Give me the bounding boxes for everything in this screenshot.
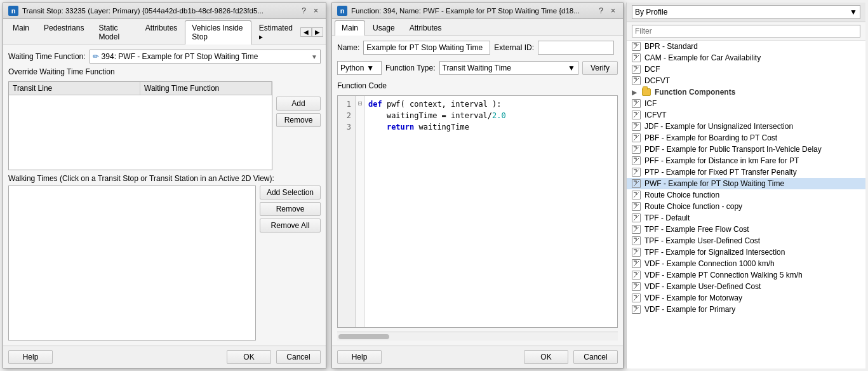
func-list-item[interactable]: PBF - Example for Boarding to PT Cost <box>627 132 865 144</box>
right-panel: By Profile ▼ BPR - StandardCAM - Example… <box>626 3 865 368</box>
add-selection-button[interactable]: Add Selection <box>260 186 321 199</box>
waiting-time-value: 394: PWF - Example for PT Stop Waiting T… <box>102 52 311 61</box>
tab-main[interactable]: Main <box>6 20 36 44</box>
func-list-item[interactable]: VDF - Example for Primary <box>627 304 865 315</box>
override-section-title: Override Waiting Time Function <box>8 67 321 76</box>
code-scrollbar[interactable] <box>337 332 618 341</box>
func-list-item-label: PDF - Example for Public Transport In-Ve… <box>644 145 822 154</box>
tab2-usage[interactable]: Usage <box>366 20 402 35</box>
dialog2-title: Function: 394, Name: PWF - Example for P… <box>351 7 592 15</box>
dialog2-close-btn[interactable]: × <box>608 6 618 16</box>
tab-vehicles-inside-stop[interactable]: Vehicles Inside Stop <box>185 20 251 44</box>
func-type-label: Function Type: <box>385 64 436 72</box>
func-list-item[interactable]: PWF - Example for PT Stop Waiting Time <box>627 178 865 189</box>
func-type-row: Python ▼ Function Type: Transit Waiting … <box>337 61 618 75</box>
dialog1-close-btn[interactable]: × <box>311 6 321 16</box>
scrollbar-thumb[interactable] <box>338 334 389 339</box>
dialog2-cancel-btn[interactable]: Cancel <box>573 350 618 364</box>
dialog2-app-icon: n <box>337 6 347 16</box>
dialog1-help-footer-btn[interactable]: Help <box>8 350 53 364</box>
func-list-item-label: DCF <box>644 65 660 74</box>
func-name-input[interactable] <box>363 41 490 55</box>
func-list-item[interactable]: ICF <box>627 98 865 109</box>
func-list-item[interactable]: TPF - Example User-Defined Cost <box>627 235 865 246</box>
remove-button[interactable]: Remove <box>276 113 321 127</box>
func-list-item[interactable]: ▶Function Components <box>627 86 865 98</box>
function-dialog: n Function: 394, Name: PWF - Example for… <box>331 3 624 368</box>
dialog1-ok-btn[interactable]: OK <box>227 350 271 364</box>
waiting-time-combo[interactable]: ✏ 394: PWF - Example for PT Stop Waiting… <box>90 50 321 64</box>
func-list-item-label: TPF - Example Free Flow Cost <box>644 225 749 234</box>
tab-estimated[interactable]: Estimated ▸ <box>252 20 300 44</box>
walking-label: Walking Times (Click on a Transit Stop o… <box>8 174 321 183</box>
func-list-item-label: BPR - Standard <box>644 42 698 51</box>
func-list-item[interactable]: TPF - Default <box>627 212 865 224</box>
func-list-item[interactable]: DCF <box>627 64 865 75</box>
waiting-time-label: Waiting Time Function: <box>8 52 86 61</box>
tab-static-model[interactable]: Static Model <box>91 20 137 44</box>
func-list-item[interactable]: JDF - Example for Unsignalized Intersect… <box>627 121 865 132</box>
code-editor[interactable]: 1 2 3 ⊟ def pwf( context, interval ): wa… <box>337 95 618 328</box>
function-icon <box>632 293 641 302</box>
func-type-combo[interactable]: Transit Waiting Time ▼ <box>439 61 578 75</box>
tab-nav-next[interactable]: ▶ <box>312 27 323 37</box>
dialog1-help-btn[interactable]: ? <box>299 6 309 16</box>
tab-nav-prev[interactable]: ◀ <box>300 27 312 37</box>
override-table-body[interactable] <box>9 95 272 170</box>
func-list-item[interactable]: Route Choice function - copy <box>627 201 865 212</box>
remove-all-button[interactable]: Remove All <box>260 219 321 233</box>
func-ext-id-input[interactable] <box>538 41 614 55</box>
dialog1-footer-right: OK Cancel <box>227 350 321 364</box>
filter-input[interactable] <box>632 25 860 37</box>
func-list-item[interactable]: ICFVT <box>627 109 865 121</box>
col-transit-line: Transit Line <box>9 82 140 95</box>
func-list-item-label: DCFVT <box>644 76 670 85</box>
function-list[interactable]: BPR - StandardCAM - Example for Car Avai… <box>627 41 865 368</box>
code-section-label: Function Code <box>337 81 618 90</box>
remove-walking-button[interactable]: Remove <box>260 202 321 216</box>
tab2-main[interactable]: Main <box>335 20 365 36</box>
add-button[interactable]: Add <box>276 97 321 111</box>
func-lang-combo[interactable]: Python ▼ <box>337 61 382 75</box>
func-list-item[interactable]: VDF - Example for Motorway <box>627 292 865 304</box>
func-name-label: Name: <box>337 43 359 52</box>
dialog1-title: Transit Stop: 33235 (Layer: Primary) {05… <box>22 7 295 15</box>
func-list-item[interactable]: CAM - Example for Car Availability <box>627 52 865 64</box>
function-icon <box>632 282 641 291</box>
tab2-attributes[interactable]: Attributes <box>403 20 449 35</box>
func-list-item[interactable]: Route Choice function <box>627 189 865 201</box>
expand-arrow-icon: ▶ <box>632 89 638 96</box>
function-icon <box>632 305 641 314</box>
func-list-item[interactable]: PFF - Example for Distance in km Fare fo… <box>627 155 865 166</box>
combo-arrow: ▼ <box>311 53 317 60</box>
dialog2-ok-btn[interactable]: OK <box>524 350 568 364</box>
dialog1-cancel-btn[interactable]: Cancel <box>276 350 321 364</box>
function-icon <box>632 99 641 108</box>
func-lang-value: Python <box>340 64 364 72</box>
func-list-item[interactable]: PTP - Example for Fixed PT Transfer Pena… <box>627 166 865 178</box>
folder-icon <box>642 88 651 96</box>
dialog1-titlebar: n Transit Stop: 33235 (Layer: Primary) {… <box>3 3 326 19</box>
func-list-item[interactable]: BPR - Standard <box>627 41 865 52</box>
dialog2-help-btn[interactable]: ? <box>596 6 606 16</box>
right-panel-header: By Profile ▼ <box>627 3 865 22</box>
func-list-item-label: ICF <box>644 99 657 108</box>
code-content[interactable]: def pwf( context, interval ): waitingTim… <box>364 96 617 327</box>
func-list-item[interactable]: PDF - Example for Public Transport In-Ve… <box>627 144 865 155</box>
tab-pedestrians[interactable]: Pedestrians <box>37 20 91 44</box>
func-list-item[interactable]: VDF - Example PT Connection Walking 5 km… <box>627 269 865 281</box>
func-list-item[interactable]: VDF - Example User-Defined Cost <box>627 281 865 292</box>
walking-list[interactable] <box>8 186 256 341</box>
function-icon <box>632 271 641 280</box>
func-list-item[interactable]: TPF - Example for Signalized Intersectio… <box>627 246 865 258</box>
verify-button[interactable]: Verify <box>582 61 618 75</box>
func-list-item[interactable]: DCFVT <box>627 75 865 86</box>
func-list-item[interactable]: VDF - Example Connection 1000 km/h <box>627 258 865 269</box>
tab-attributes[interactable]: Attributes <box>138 20 185 44</box>
dialog2-help-footer-btn[interactable]: Help <box>337 350 382 364</box>
func-list-item-label: TPF - Example for Signalized Intersectio… <box>644 248 785 257</box>
func-list-item[interactable]: TPF - Example Free Flow Cost <box>627 224 865 235</box>
col-waiting-time-func: Waiting Time Function <box>140 82 272 95</box>
dialog2-footer: Help OK Cancel <box>332 346 623 368</box>
profile-combo[interactable]: By Profile ▼ <box>632 5 860 19</box>
